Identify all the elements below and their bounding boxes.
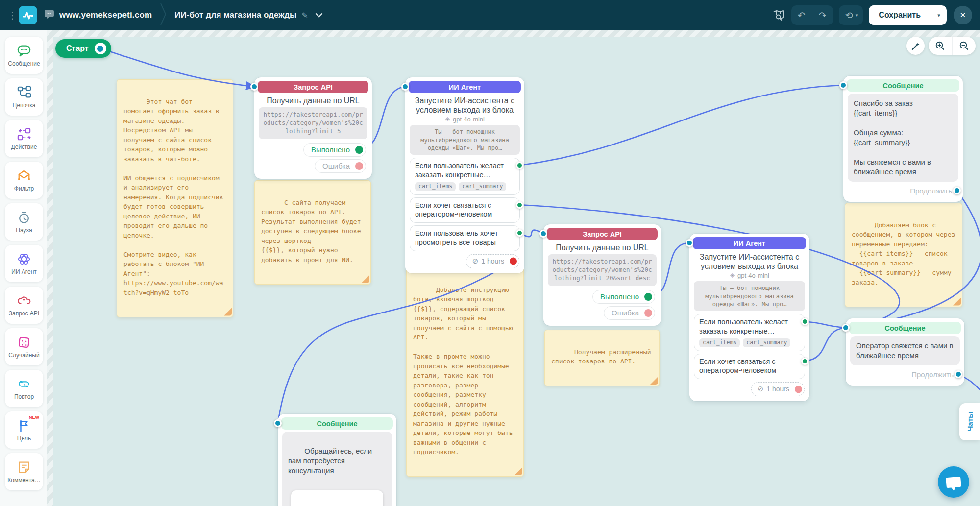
ai-agent-node-1[interactable]: ИИ Агент Запустите ИИ-ассистента с услов…: [405, 77, 524, 273]
flow-canvas[interactable]: Старт Этот чат-бот помогает оформить зак…: [47, 30, 980, 506]
condition-label: Если пользователь желает заказать конкре…: [415, 162, 504, 179]
condition-port[interactable]: [801, 358, 808, 365]
input-port[interactable]: [842, 324, 850, 332]
note-intro[interactable]: Этот чат-бот помогает оформить заказ в м…: [117, 79, 233, 317]
input-port[interactable]: [274, 419, 282, 427]
sidebar-item-pause[interactable]: Пауза: [5, 203, 43, 241]
message-text: Оператор свяжется с вами в ближайшее вре…: [850, 336, 960, 365]
variable-tags: cart_items cart_summary: [415, 182, 508, 191]
start-label: Старт: [66, 44, 89, 53]
undo-button[interactable]: ↶: [791, 5, 812, 25]
node-header-label: Сообщение: [884, 324, 925, 332]
comment-icon: [17, 460, 31, 474]
save-button[interactable]: Сохранить: [869, 11, 931, 20]
error-port[interactable]: [644, 309, 652, 317]
condition-row[interactable]: Если пользователь желает заказать конкре…: [410, 158, 520, 195]
kebab-menu-icon[interactable]: ⋮: [8, 10, 16, 21]
condition-row[interactable]: Если пользователь желает заказать конкре…: [694, 314, 805, 351]
minimap-icon[interactable]: [772, 9, 784, 21]
condition-port[interactable]: [516, 162, 523, 169]
timeout-port[interactable]: [510, 258, 517, 265]
sidebar-item-repeat[interactable]: Повтор: [5, 370, 43, 407]
magic-wand-icon: [911, 41, 921, 51]
condition-label: Если пользователь желает заказать конкре…: [699, 318, 788, 335]
continue-port[interactable]: [953, 187, 961, 194]
condition-port[interactable]: [516, 229, 523, 237]
input-port[interactable]: [686, 239, 693, 247]
history-caret-icon[interactable]: ▾: [856, 12, 863, 19]
api-request-node-1[interactable]: Запрос API Получить данные по URL https:…: [254, 77, 372, 179]
note-prompt-tips[interactable]: Добавьте инструкцию бота, включая шортко…: [406, 267, 524, 477]
breadcrumb-site: www.yemeksepeti.com: [59, 10, 152, 20]
condition-row[interactable]: Если хочет связаться с оператором-челове…: [410, 197, 520, 223]
app-logo[interactable]: [19, 6, 37, 24]
redo-button[interactable]: ↷: [812, 5, 833, 25]
save-caret-icon[interactable]: ▾: [931, 12, 947, 19]
timeout-port[interactable]: [795, 386, 802, 393]
ai-agent-node-2[interactable]: ИИ Агент Запустите ИИ-ассистента с услов…: [689, 234, 809, 401]
note-extended-list[interactable]: Получаем расширенный список товаров по A…: [544, 330, 660, 386]
quick-reply-button[interactable]: Задать вопрос: [291, 490, 383, 506]
sidebar-item-goal[interactable]: NEW Цель: [5, 411, 43, 449]
node-header-label: ИИ Агент: [734, 240, 765, 247]
node-title: Получить данные по URL: [259, 96, 367, 105]
sidebar-item-random[interactable]: Случайный: [5, 328, 43, 365]
auto-arrange-button[interactable]: [906, 37, 925, 55]
sidebar-item-api-request[interactable]: Запрос API: [5, 287, 43, 324]
message-node-thanks[interactable]: Сообщение Спасибо за заказ {{cart_items}…: [843, 76, 963, 202]
zoom-in-button[interactable]: [929, 37, 953, 55]
message-node-operator[interactable]: Сообщение Оператор свяжется с вами в бли…: [846, 318, 964, 386]
api-request-node-2[interactable]: Запрос API Получить данные по URL https:…: [543, 224, 661, 326]
node-header-label: ИИ Агент: [449, 83, 481, 91]
flow-title: ИИ-бот для магазина одежды: [174, 10, 296, 20]
continue-port[interactable]: [955, 370, 962, 378]
node-header-label: Сообщение: [882, 82, 923, 90]
node-header: ИИ Агент: [409, 81, 521, 93]
success-port[interactable]: [644, 293, 652, 301]
condition-port[interactable]: [801, 318, 808, 325]
condition-row[interactable]: Если пользователь хочет просмотреть все …: [410, 225, 520, 251]
sidebar-item-filter[interactable]: Фильтр: [5, 162, 43, 199]
node-header: Сообщение: [849, 322, 961, 334]
note-api-result[interactable]: С сайта получаем список товаров по API. …: [254, 180, 371, 285]
sidebar-item-action[interactable]: Действие: [5, 120, 43, 157]
start-output-port[interactable]: [95, 43, 106, 54]
success-port[interactable]: [355, 146, 363, 154]
support-chat-button[interactable]: [938, 466, 969, 498]
zoom-out-button[interactable]: [953, 37, 976, 55]
note-message-vars[interactable]: Добавляем блок с сообщением, в котором ч…: [845, 203, 962, 307]
model-row: ✳ gpt-4o-mini: [689, 272, 809, 279]
close-button[interactable]: ✕: [954, 6, 972, 24]
sidebar-item-chain[interactable]: Цепочка: [5, 78, 43, 116]
api-url: https://fakestoreapi.com/products/catego…: [259, 107, 368, 139]
start-node[interactable]: Старт: [55, 39, 111, 58]
variable-tag: cart_items: [699, 338, 740, 347]
input-port[interactable]: [539, 230, 547, 238]
input-port[interactable]: [401, 83, 409, 91]
chats-tab[interactable]: Чаты: [959, 403, 980, 440]
goal-icon: [17, 419, 31, 433]
canvas-top-margin: [47, 30, 980, 37]
input-port[interactable]: [250, 83, 258, 91]
condition-row[interactable]: Если хочет связаться с оператором-челове…: [694, 354, 805, 380]
variable-tags: cart_items cart_summary: [699, 338, 793, 347]
repeat-icon: [17, 377, 31, 391]
message-icon: [17, 44, 31, 58]
sidebar-item-ai-agent[interactable]: ИИ Агент: [5, 245, 43, 282]
success-row: Выполнено: [592, 290, 655, 304]
condition-port[interactable]: [516, 201, 523, 209]
title-dropdown-icon[interactable]: [315, 13, 323, 18]
sidebar-item-message[interactable]: Сообщение: [5, 37, 43, 74]
random-icon: [17, 336, 31, 349]
bot-chat-icon: [44, 9, 54, 21]
variable-tag: cart_items: [415, 182, 456, 191]
undo-redo-group: ↶ ↷: [791, 5, 833, 25]
timeout-row[interactable]: ⊘ 1 hours: [751, 382, 805, 396]
timeout-row[interactable]: ⊘ 1 hours: [466, 254, 519, 268]
error-port[interactable]: [355, 162, 363, 170]
model-row: ✳ gpt-4o-mini: [405, 116, 524, 123]
message-node-consult[interactable]: Сообщение Обращайтесь, если вам потребуе…: [278, 414, 396, 506]
sidebar-item-comment[interactable]: Коммента…: [5, 453, 43, 490]
input-port[interactable]: [839, 81, 847, 89]
edit-title-icon[interactable]: ✎: [302, 11, 308, 20]
